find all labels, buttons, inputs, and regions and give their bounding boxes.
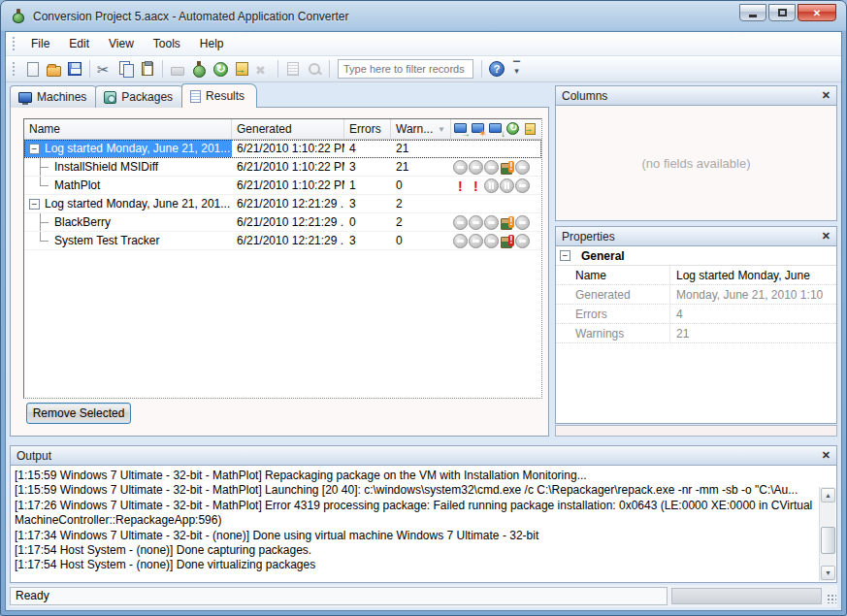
filter-input[interactable] <box>338 59 473 79</box>
status-text: Ready <box>10 587 668 605</box>
title-bar[interactable]: Conversion Project 5.aacx - Automated Ap… <box>1 1 846 31</box>
log-line: [1:15:59 Windows 7 Ultimate - 32-bit - M… <box>15 483 815 498</box>
properties-close-icon[interactable]: ✕ <box>822 230 831 243</box>
tab-results-label: Results <box>206 89 244 103</box>
monitor-arrow-icon[interactable]: → <box>453 121 470 138</box>
menu-bar: File Edit View Tools Help <box>6 32 841 56</box>
column-header-warnings-label: Warn... <box>396 122 433 136</box>
machines-tab-icon <box>18 92 32 103</box>
remove-selected-button[interactable]: Remove Selected <box>26 403 131 424</box>
refresh-column-icon[interactable] <box>505 121 522 138</box>
copy-button[interactable] <box>115 58 137 80</box>
minimize-button[interactable] <box>739 4 766 21</box>
menu-help[interactable]: Help <box>190 34 234 53</box>
table-row[interactable]: InstallShield MSIDiff 6/21/2010 1:10:22 … <box>24 158 541 177</box>
find-button <box>304 58 325 80</box>
minimize-icon <box>749 15 757 17</box>
export-column-icon[interactable] <box>523 121 539 138</box>
row-name: Log started Monday, June 21, 201... <box>45 142 230 155</box>
app-icon <box>11 9 26 24</box>
help-button[interactable]: ? <box>486 58 507 80</box>
table-row[interactable]: −Log started Monday, June 21, 201... 6/2… <box>24 195 541 213</box>
row-generated: 6/21/2010 12:21:29 ... <box>232 213 344 231</box>
property-row[interactable]: Warnings 21 <box>556 324 836 343</box>
output-scrollbar[interactable]: ▲ ▼ <box>819 487 835 581</box>
property-value: Monday, June 21, 2010 1:10 <box>670 285 836 304</box>
row-errors: 3 <box>344 232 391 249</box>
new-document-button[interactable] <box>21 58 43 80</box>
client-area: File Edit View Tools Help <box>5 31 842 611</box>
table-row[interactable]: MathPlot 6/21/2010 1:10:22 PM 1 0 <box>24 177 541 195</box>
row-generated: 6/21/2010 12:21:29 ... <box>232 232 344 249</box>
property-row[interactable]: Generated Monday, June 21, 2010 1:10 <box>556 285 836 305</box>
tab-machines[interactable]: Machines <box>10 85 99 108</box>
property-row[interactable]: Name Log started Monday, June <box>556 266 836 285</box>
menu-edit[interactable]: Edit <box>59 34 99 53</box>
toolbar-grip[interactable] <box>12 61 16 77</box>
category-collapse-icon[interactable]: − <box>560 250 570 261</box>
property-label: Errors <box>556 305 670 323</box>
menu-view[interactable]: View <box>99 34 144 53</box>
row-generated: 6/21/2010 12:21:29 ... <box>232 195 344 212</box>
open-button[interactable] <box>43 58 64 80</box>
filter-dropdown-icon[interactable]: ▼ <box>438 125 445 134</box>
close-button[interactable]: ✕ <box>798 4 836 21</box>
tab-packages[interactable]: Packages <box>95 85 185 108</box>
maximize-icon <box>778 9 787 16</box>
table-row[interactable]: System Test Tracker 6/21/2010 12:21:29 .… <box>24 232 541 250</box>
column-header-errors[interactable]: Errors <box>344 119 391 139</box>
paste-icon <box>142 62 153 76</box>
property-category[interactable]: − General <box>556 246 836 266</box>
resize-grip-icon[interactable] <box>826 589 837 604</box>
table-row[interactable]: −Log started Monday, June 21, 201... 6/2… <box>24 140 541 158</box>
scroll-down-icon[interactable]: ▼ <box>821 566 835 580</box>
toolbar-overflow-button[interactable]: ▔▾ <box>513 64 520 74</box>
property-value: 21 <box>670 324 836 342</box>
cut-button[interactable] <box>94 58 115 80</box>
property-value: Log started Monday, June <box>670 266 836 284</box>
run-conversion-button[interactable] <box>231 58 252 80</box>
pause-icon <box>484 178 499 193</box>
table-row[interactable]: BlackBerry 6/21/2010 12:21:29 ... 0 2 <box>24 213 541 232</box>
collapse-toggle-icon[interactable]: − <box>29 199 40 210</box>
column-header-name[interactable]: Name <box>24 119 232 139</box>
column-header-warnings[interactable]: Warn... ▼ <box>391 119 451 139</box>
convert-package-button[interactable] <box>188 58 210 80</box>
maximize-button[interactable] <box>768 4 796 21</box>
monitor-burst-icon[interactable]: ✶ <box>471 121 487 138</box>
scroll-up-icon[interactable]: ▲ <box>821 488 835 503</box>
paste-button[interactable] <box>137 58 158 80</box>
row-errors: 3 <box>344 195 391 212</box>
collapse-toggle-icon[interactable]: − <box>29 144 40 154</box>
tree-connector <box>29 232 54 249</box>
tab-results[interactable]: Results <box>181 83 257 108</box>
menu-file[interactable]: File <box>21 34 59 53</box>
properties-panel-title: Properties <box>562 230 615 243</box>
monitor-download-icon[interactable]: ↓ <box>488 121 505 138</box>
properties-panel-header[interactable]: Properties ✕ <box>555 226 837 246</box>
columns-panel-header[interactable]: Columns ✕ <box>555 85 837 106</box>
scrollbar-thumb[interactable] <box>821 527 835 554</box>
columns-close-icon[interactable]: ✕ <box>822 89 831 102</box>
menu-tools[interactable]: Tools <box>144 34 190 53</box>
row-errors: 4 <box>344 140 391 157</box>
output-close-icon[interactable]: ✕ <box>822 449 831 462</box>
main-area: Machines Packages Results Name <box>6 83 841 440</box>
results-tab-page: Name Generated Errors Warn... ▼ → ✶ ↓ <box>10 107 549 437</box>
refresh-button[interactable] <box>210 58 231 80</box>
package-warning-icon <box>500 160 514 175</box>
print-button <box>167 58 188 80</box>
menu-grip[interactable] <box>12 36 16 51</box>
property-label: Generated <box>556 285 670 304</box>
row-warnings: 0 <box>391 232 451 249</box>
package-warning-icon <box>500 215 514 230</box>
output-panel: Output ✕ [1:15:59 Windows 7 Ultimate - 3… <box>10 445 837 583</box>
property-row[interactable]: Errors 4 <box>556 305 836 324</box>
output-panel-header[interactable]: Output ✕ <box>10 445 837 466</box>
minus-icon <box>484 160 499 175</box>
error-icon <box>453 178 468 193</box>
output-log[interactable]: [1:15:59 Windows 7 Ultimate - 32-bit - M… <box>15 469 815 580</box>
column-header-generated[interactable]: Generated <box>232 119 344 139</box>
category-label: General <box>581 249 625 263</box>
save-button[interactable] <box>64 58 85 80</box>
